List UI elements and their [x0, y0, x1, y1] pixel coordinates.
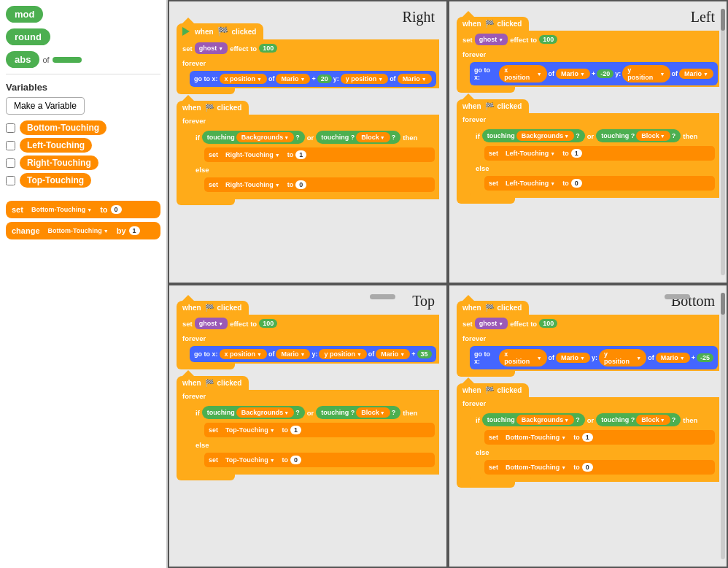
- left-else-row: else: [470, 162, 718, 174]
- bottom-hat1[interactable]: when 🏁 clicked: [457, 301, 529, 315]
- make-variable-button[interactable]: Make a Variable: [6, 97, 85, 115]
- bottom-forever2: forever: [457, 397, 719, 410]
- right-if-inner: set Right-Touching ▼ to 1: [190, 146, 438, 164]
- top-if-wrap: if touching Backgrounds ▼ ? or touching …: [177, 402, 439, 475]
- var-checkbox-right-touching[interactable]: [6, 158, 15, 168]
- quadrant-top: Top when 🏁 clicked set ghost ▼ effect to…: [168, 284, 448, 568]
- quadrant-top-label: Top: [412, 293, 435, 310]
- set-bottom-touching-block[interactable]: set Bottom-Touching ▼ to 0: [6, 201, 160, 218]
- xpos-select-r1[interactable]: x position ▼: [220, 74, 267, 84]
- bottom-forever1: forever: [457, 332, 719, 345]
- top-goto1[interactable]: go to x: x position ▼ of Mario ▼ y: y po…: [190, 346, 436, 362]
- bottom-set-true[interactable]: set Bottom-Touching ▼ to 1: [484, 430, 715, 445]
- quadrant-bottom: Bottom when 🏁 clicked set ghost ▼ effect…: [448, 284, 728, 568]
- top-else-row: else: [190, 439, 438, 451]
- variables-section: Variables Make a Variable Bottom-Touchin…: [6, 82, 160, 191]
- top-group2: when 🏁 clicked forever if touching Backg…: [177, 375, 439, 480]
- top-set-true[interactable]: set Top-Touching ▼ to 1: [204, 423, 435, 437]
- right-hat2[interactable]: when 🏁 clicked: [177, 101, 249, 115]
- var-item-left-touching: Left-Touching: [6, 138, 160, 153]
- change-bottom-touching-block[interactable]: change Bottom-Touching ▼ by 1: [6, 222, 160, 239]
- ghost-select-r1[interactable]: ghost ▼: [195, 42, 228, 54]
- sidebar-bottom-blocks: set Bottom-Touching ▼ to 0 change Bottom…: [6, 201, 160, 239]
- right-if-row[interactable]: if touching Backgrounds ▼ ? or touching …: [190, 128, 438, 146]
- variables-title: Variables: [6, 82, 160, 93]
- right-forever1-wrap: go to x: x position ▼ of Mario ▼ + 20 y:…: [177, 69, 439, 88]
- mod-block[interactable]: mod: [6, 6, 43, 23]
- bottom-scrollbar[interactable]: [721, 293, 725, 559]
- right-set-true[interactable]: set Right-Touching ▼ to 1: [204, 147, 435, 162]
- var-checkbox-top-touching[interactable]: [6, 176, 15, 185]
- ypos-select-r1[interactable]: y position ▼: [341, 74, 388, 84]
- left-if-row[interactable]: if touching Backgrounds ▼ ? or touching …: [470, 127, 718, 145]
- top-if-row[interactable]: if touching Backgrounds ▼ ? or touching …: [190, 404, 438, 421]
- change-label: change: [12, 226, 40, 235]
- var-label-left-touching: Left-Touching: [20, 138, 92, 153]
- flag-icon-b1: 🏁: [485, 304, 494, 312]
- abs-block[interactable]: abs: [6, 51, 39, 68]
- left-scrollbar[interactable]: [721, 9, 725, 275]
- right-goto1[interactable]: go to x: x position ▼ of Mario ▼ + 20 y:…: [190, 71, 436, 87]
- of-value-block[interactable]: [53, 57, 82, 63]
- left-set-true[interactable]: set Left-Touching ▼ to 1: [484, 146, 715, 161]
- bottom-hat2[interactable]: when 🏁 clicked: [457, 383, 529, 397]
- bottom-set-effect1[interactable]: set ghost ▼ effect to 100: [457, 315, 719, 332]
- set-to-label: to: [100, 205, 107, 214]
- left-group2: when 🏁 clicked forever if touching Backg…: [457, 99, 719, 204]
- flag-icon-t1: 🏁: [205, 304, 214, 312]
- top-hat2[interactable]: when 🏁 clicked: [177, 376, 249, 390]
- change-by-label: by: [117, 226, 126, 235]
- bottom-if-inner: set Bottom-Touching ▼ to 1: [470, 429, 718, 446]
- bottom-set-false[interactable]: set Bottom-Touching ▼ to 0: [484, 460, 715, 475]
- of-label: of: [42, 55, 49, 64]
- mario-select-xr1[interactable]: Mario ▼: [276, 74, 310, 84]
- bottom-goto1[interactable]: go to x: x position ▼ of Mario ▼ y: y po…: [470, 346, 718, 369]
- right-hat1[interactable]: when 🏁 clicked: [177, 23, 263, 39]
- set-var-name: Bottom-Touching ▼: [26, 204, 97, 215]
- var-checkbox-left-touching[interactable]: [6, 141, 15, 150]
- touching-bg-r[interactable]: touching Backgrounds ▼ ?: [202, 131, 305, 144]
- left-if-wrap: if touching Backgrounds ▼ ? or touching …: [457, 126, 719, 198]
- right-set-effect1[interactable]: set ghost ▼ effect to 100: [177, 39, 439, 57]
- touching-block-r[interactable]: touching ? Block ▼ ?: [316, 131, 400, 144]
- left-if-inner: set Left-Touching ▼ to 1: [470, 145, 718, 162]
- top-hat1[interactable]: when 🏁 clicked: [177, 301, 249, 315]
- left-else-inner: set Left-Touching ▼ to 0: [470, 174, 718, 192]
- flag-icon-r2: 🏁: [205, 104, 214, 112]
- right-group2: when 🏁 clicked forever if touching Backg…: [177, 100, 439, 205]
- right-cap2: [177, 199, 235, 205]
- var-label-bottom-touching: Bottom-Touching: [20, 120, 107, 135]
- flag-icon-l2: 🏁: [485, 102, 494, 110]
- left-set-false[interactable]: set Left-Touching ▼ to 0: [484, 176, 715, 191]
- bottom-forever1-wrap: go to x: x position ▼ of Mario ▼ y: y po…: [457, 345, 719, 371]
- right-forever1: forever: [177, 57, 439, 69]
- right-set-false[interactable]: set Right-Touching ▼ to 0: [204, 177, 435, 192]
- var-checkbox-bottom-touching[interactable]: [6, 123, 15, 133]
- change-var-name: Bottom-Touching ▼: [43, 226, 114, 236]
- left-hat2[interactable]: when 🏁 clicked: [457, 99, 529, 113]
- bottom-if-row[interactable]: if touching Backgrounds ▼ ? or touching …: [470, 411, 718, 429]
- round-block[interactable]: round: [6, 28, 50, 45]
- bottom-if-wrap: if touching Backgrounds ▼ ? or touching …: [457, 410, 719, 482]
- change-value: 1: [129, 226, 140, 235]
- left-set-effect1[interactable]: set ghost ▼ effect to 100: [457, 31, 719, 48]
- bottom-group2: when 🏁 clicked forever if touching Backg…: [457, 383, 719, 488]
- set-value: 0: [111, 205, 122, 214]
- left-forever1: forever: [457, 48, 719, 61]
- top-set-false[interactable]: set Top-Touching ▼ to 0: [204, 453, 435, 467]
- green-flag-icon-r1: [182, 27, 190, 36]
- quadrant-left: Left when 🏁 clicked set ghost ▼ effect t…: [448, 0, 728, 284]
- mario-select-yr1[interactable]: Mario ▼: [398, 74, 432, 84]
- quadrant-grid: Right when 🏁 clicked set ghost ▼ effect …: [168, 0, 728, 568]
- top-else-inner: set Top-Touching ▼ to 0: [190, 451, 438, 469]
- left-goto1[interactable]: go to x: x position ▼ of Mario ▼ + -20 y…: [470, 62, 718, 85]
- right-else-inner: set Right-Touching ▼ to 0: [190, 176, 438, 193]
- set-label: set: [12, 205, 23, 214]
- right-hat1-label: when: [195, 28, 214, 36]
- left-forever1-wrap: go to x: x position ▼ of Mario ▼ + -20 y…: [457, 61, 719, 87]
- top-set-effect1[interactable]: set ghost ▼ effect to 100: [177, 315, 439, 332]
- bottom-handle: [665, 294, 690, 299]
- quadrant-right-label: Right: [403, 9, 435, 26]
- bottom-group1: when 🏁 clicked set ghost ▼ effect to 100…: [457, 300, 719, 377]
- left-hat1[interactable]: when 🏁 clicked: [457, 17, 529, 31]
